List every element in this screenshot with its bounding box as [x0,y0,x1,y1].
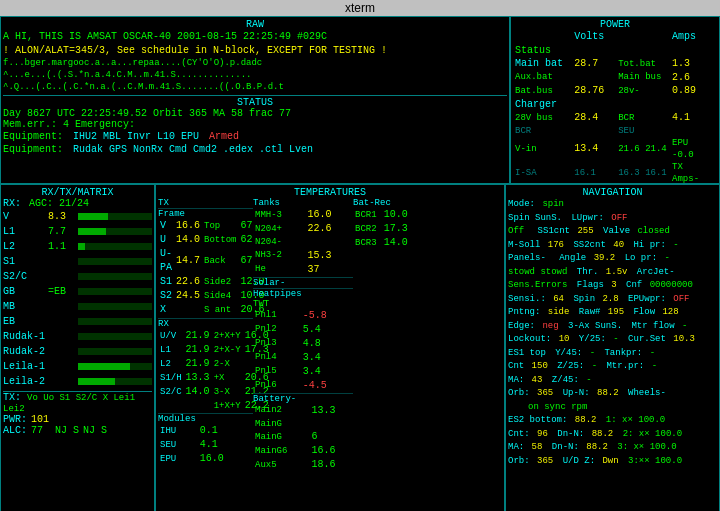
nav-errors-row: Sens.Errors Flags 3 Cnf 00000000 [508,279,717,293]
nav-off-row: Off SS1cnt 255 Valve closed [508,225,717,239]
rxtx-rx-row: RX: AGC: 21/24 [3,198,152,209]
bcr3: BCR314.0 [353,236,413,250]
tf-s2: S224.5Side410.0 [158,289,266,303]
nav-orb-row: Orb: 365 Up-N: 88.2 Wheels- [508,387,717,401]
edge-val: neg [542,321,558,331]
ss2cnt-label: SS2cnt [573,240,605,250]
signal-bars: V 8.3 L1 7.7 L2 1.1 S1 [3,209,152,389]
volts-header: Volts [572,30,616,44]
hp-pnl6: Pnl6-4.5 [253,379,353,393]
nav-es1top-row: ES1 top Y/45: - Tankpr: - [508,347,717,361]
bar-mb: MB [3,299,152,314]
udz-val: Dwn [602,456,618,466]
tank-n204p: N204+22.6 [253,222,353,236]
angle-val: 39.2 [594,253,616,263]
bar-eb-bg [78,318,152,325]
tf-s1: S122.6Side212.0 [158,275,266,289]
wheels-label: Wheels- [628,388,666,398]
bcr2: BCR217.3 [353,222,413,236]
thr-label: Thr. [577,267,599,277]
status-section: STATUS Day 8627 UTC 22:25:49.52 Orbit 36… [3,95,507,155]
bar-l1: L1 7.7 [3,224,152,239]
battery-table: Main213.3 MainG MainG6 MainG616.6 Aux518… [253,404,353,473]
z45-label: Z/45: [552,375,579,385]
heatpipes-table: Pnl1-5.8 Pnl25.4 Pnl34.8 Pnl43.4 Pnl53.4… [253,309,353,393]
msoll-label: M-Soll [508,240,540,250]
bar-leila1-fill [78,363,130,370]
mod-epu: EPU16.0 [158,452,253,466]
bar-mb-bg [78,303,152,310]
flow-val: 128 [662,307,678,317]
status-title: STATUS [3,97,507,108]
cnt2-label: Cnt: [508,429,530,439]
nav-es2-row: ES2 bottom: 88.2 1: x× 100.0 [508,414,717,428]
agc-label: AGC: [29,198,53,209]
ma2-val: 58 [532,442,543,452]
nav-ma2-row: MA: 58 Dn-N: 88.2 3: x× 100.0 [508,441,717,455]
orb2-val: 365 [537,456,553,466]
nav-sensi-row: Sensi.: 64 Spin 2.8 EPUwpr: OFF [508,293,717,307]
mod-ihu: IHU0.1 [158,424,253,438]
power-row-isa1: I-SA 16.1 16.3 16.1 TX Amps- [513,161,717,184]
tf-u: U14.0Bottom62 [158,233,266,247]
bar-rudak2-bg [78,348,152,355]
njs2-label: NJ S [83,425,107,436]
power-title: POWER [513,19,717,30]
bar-leila1: Leila-1 [3,359,152,374]
nav-content: Mode: spin Spin SunS. LUpwr: OFF Off SS1… [508,198,717,468]
nav-ma-row: MA: 43 Z/45: - [508,374,717,388]
power-row-auxbat: Aux.bat Main bus 2.6 [513,71,717,85]
ss1cnt-val: 255 [577,226,593,236]
temp-frame-table: V16.6Top67 U14.0Bottom62 U-PA14.7Back67 … [158,219,266,317]
angle-label: Angle [559,253,586,263]
lockout-label: Lockout: [508,334,551,344]
raw-title: RAW [3,19,507,30]
bat-maing6: MainG6 [253,430,353,444]
tf-upa: U-PA14.7Back67 [158,247,266,275]
pntng-label: Pntng: [508,307,540,317]
errors-label: Sens.Errors [508,280,567,290]
udz-label: U/D Z: [563,456,595,466]
lo-label: Lo pr: [625,253,657,263]
bar-rudak2: Rudak-2 [3,344,152,359]
alc-row: ALC: 77 NJ S NJ S [3,425,152,436]
ss2cnt-val: 40 [613,240,624,250]
modules-title: Modules [158,413,253,424]
bar-gb-bg [78,288,152,295]
ma-label: MA: [508,375,524,385]
valve-label: Valve [603,226,630,236]
eq2-extra: Rudak GPS NonRx Cmd Cmd2 .edex .ctl Lven [73,144,313,155]
eq1-extra: Armed [209,131,239,142]
alc-label: ALC: [3,425,27,436]
tank-nh3: NH3-215.3 [253,249,353,263]
orb-label: Orb: [508,388,530,398]
lupwr-val: OFF [611,213,627,223]
dnn2-label: Dn-N: [552,442,579,452]
power-header: Volts Amps [513,30,717,44]
rx-val: 21/24 [59,198,89,209]
power-row-mainbat: Main bat 28.7 Tot.bat 1.3 [513,57,717,71]
onsync-label: on sync rpm [528,402,587,412]
rx-title: RX [158,318,253,329]
tx-row: Vo Uo S1 S2/C X Lei1 Lei2 [3,393,135,414]
bar-rudak1-bg [78,333,152,340]
nav-mode-row: Mode: spin [508,198,717,212]
msoll-val: 176 [548,240,564,250]
nav-pntng-row: Pntng: side Raw# 195 Flow 128 [508,306,717,320]
bcr-table: BCR110.0 BCR217.3 BCR314.0 [353,208,413,250]
tank-mmh3: MMH-316.0 [253,208,353,222]
rxtx-title: RX/TX/MATRIX [3,187,152,198]
cnt2-val: 96 [537,429,548,439]
status-row1: Day 8627 UTC 22:25:49.52 Orbit 365 MA 58… [3,108,507,119]
bar-l1-fill [78,228,106,235]
edge-label: Edge: [508,321,535,331]
pwr-label: PWR: [3,414,27,425]
tanks-table: MMH-316.0 N204+22.6 N204- NH3-215.3 He37 [253,208,353,277]
hp-pnl5: Pnl53.4 [253,365,353,379]
temp-title: TEMPERATURES [158,187,502,198]
raw-val: 195 [608,307,624,317]
cnf-val: 00000000 [650,280,693,290]
z25-label: Z/25: [557,361,584,371]
temp-modules-table: IHU0.1 SEU4.1 EPU16.0 [158,424,253,466]
nav-panel: NAVIGATION Mode: spin Spin SunS. LUpwr: … [505,184,720,511]
